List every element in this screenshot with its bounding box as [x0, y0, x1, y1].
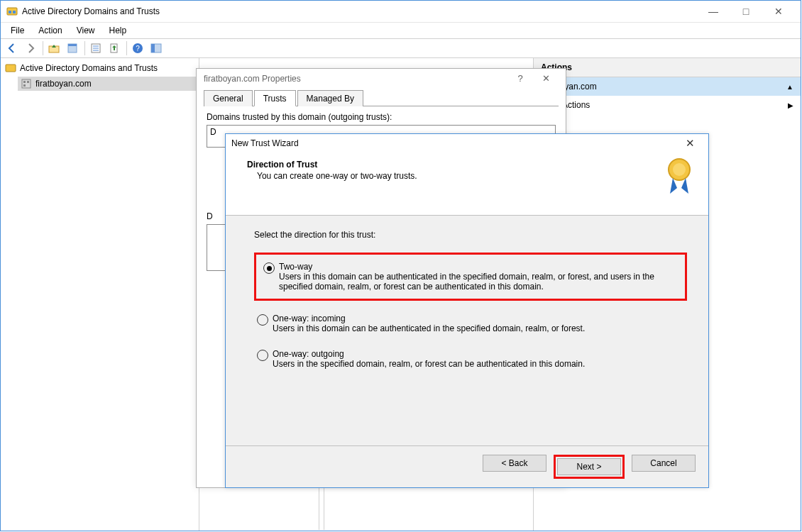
radio-one-way-incoming[interactable] [257, 314, 268, 326]
svg-rect-2 [13, 11, 16, 13]
svg-rect-11 [151, 44, 155, 52]
option-two-way-desc: Users in this domain can be authenticate… [279, 272, 654, 292]
back-button[interactable]: < Back [483, 455, 546, 472]
properties-button[interactable] [64, 40, 81, 57]
actions-header: Actions [534, 58, 801, 77]
close-button[interactable]: ✕ [762, 1, 795, 22]
maximize-button[interactable]: □ [730, 1, 762, 22]
more-actions-item[interactable]: More Actions ▶ [534, 96, 801, 114]
tree-pane[interactable]: Active Directory Domains and Trusts fira… [1, 58, 199, 531]
svg-point-18 [673, 163, 686, 176]
svg-rect-1 [9, 11, 11, 13]
next-highlight: Next > [554, 455, 625, 479]
radio-two-way[interactable] [263, 262, 275, 274]
option-one-way-outgoing[interactable]: One-way: outgoing Users in the specified… [254, 346, 687, 372]
award-ribbon-icon [663, 157, 696, 198]
minimize-button[interactable]: — [697, 1, 730, 22]
domains-icon [5, 62, 16, 74]
properties-close-button[interactable]: ✕ [533, 73, 559, 84]
tree-root[interactable]: Active Directory Domains and Trusts [2, 61, 197, 75]
highlighted-option: Two-way Users in this domain can be auth… [254, 253, 687, 301]
submenu-icon: ▶ [788, 101, 793, 109]
option-outgoing-desc: Users in the specified domain, realm, or… [273, 359, 585, 369]
option-incoming-desc: Users in this domain can be authenticate… [273, 323, 585, 333]
option-two-way[interactable]: Two-way Users in this domain can be auth… [260, 259, 681, 294]
svg-rect-14 [23, 81, 26, 83]
option-incoming-label: One-way: incoming [273, 314, 585, 323]
main-titlebar: Active Directory Domains and Trusts — □ … [1, 1, 801, 23]
properties-titlebar: firatboyan.com Properties ? ✕ [197, 69, 566, 88]
svg-rect-15 [27, 81, 29, 83]
splitter[interactable] [319, 486, 324, 530]
properties-tabs: General Trusts Managed By [204, 89, 559, 106]
tab-managed-by[interactable]: Managed By [297, 90, 363, 106]
refresh-list-button[interactable] [87, 40, 104, 57]
menubar: File Action View Help [1, 23, 801, 39]
svg-rect-13 [22, 79, 31, 88]
back-button[interactable] [4, 40, 21, 57]
svg-rect-5 [68, 44, 77, 46]
trust-wizard-dialog: New Trust Wizard ✕ Direction of Trust Yo… [225, 133, 709, 488]
wizard-titlebar: New Trust Wizard ✕ [226, 134, 708, 153]
toolbar: ? [1, 39, 801, 58]
wizard-body: Select the direction for this trust: Two… [226, 216, 708, 445]
menu-help[interactable]: Help [102, 23, 134, 38]
tab-general[interactable]: General [204, 90, 253, 106]
domain-icon [21, 78, 32, 89]
help-button[interactable]: ? [129, 40, 146, 57]
forward-button[interactable] [22, 40, 39, 57]
actions-context-item[interactable]: firatboyan.com ▲ [534, 77, 801, 96]
main-window: Active Directory Domains and Trusts — □ … [0, 0, 801, 531]
wizard-title: New Trust Wizard [231, 138, 677, 148]
svg-rect-16 [23, 84, 26, 87]
wizard-heading: Direction of Trust [247, 160, 698, 170]
option-outgoing-label: One-way: outgoing [273, 349, 585, 359]
outgoing-trusts-label: Domains trusted by this domain (outgoing… [207, 112, 556, 122]
window-title: Active Directory Domains and Trusts [22, 6, 697, 16]
window-controls: — □ ✕ [697, 1, 795, 22]
export-button[interactable] [106, 40, 123, 57]
cancel-button[interactable]: Cancel [632, 455, 696, 472]
tree-item-label: firatboyan.com [35, 79, 92, 89]
up-folder-button[interactable] [45, 40, 62, 57]
tree-item-domain[interactable]: firatboyan.com [18, 77, 197, 91]
option-two-way-label: Two-way [279, 262, 678, 272]
collapse-icon: ▲ [786, 83, 793, 91]
menu-action[interactable]: Action [31, 23, 69, 38]
tab-trusts[interactable]: Trusts [254, 90, 296, 106]
tree-root-label: Active Directory Domains and Trusts [20, 63, 158, 73]
app-icon [6, 6, 18, 17]
wizard-subheading: You can create one-way or two-way trusts… [257, 171, 698, 181]
option-one-way-incoming[interactable]: One-way: incoming Users in this domain c… [254, 311, 687, 336]
menu-view[interactable]: View [70, 23, 102, 38]
wizard-close-button[interactable]: ✕ [677, 137, 703, 150]
wizard-prompt: Select the direction for this trust: [254, 230, 687, 240]
next-button[interactable]: Next > [557, 458, 621, 475]
properties-title: firatboyan.com Properties [204, 74, 507, 84]
svg-text:?: ? [136, 45, 140, 52]
menu-file[interactable]: File [4, 23, 31, 38]
wizard-header: Direction of Trust You can create one-wa… [226, 153, 708, 216]
wizard-footer: < Back Next > Cancel [226, 445, 708, 487]
radio-one-way-outgoing[interactable] [257, 350, 268, 361]
svg-rect-12 [6, 65, 16, 72]
show-pane-button[interactable] [148, 40, 165, 57]
properties-help-button[interactable]: ? [507, 73, 533, 84]
